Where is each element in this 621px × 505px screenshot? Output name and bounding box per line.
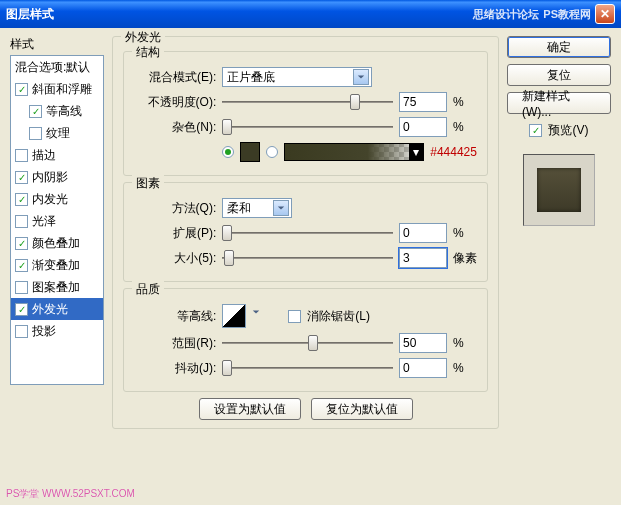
sidebar-item[interactable]: 颜色叠加 — [11, 232, 103, 254]
antialias-label: 消除锯齿(L) — [307, 308, 370, 325]
style-checkbox[interactable] — [15, 281, 28, 294]
sidebar-item[interactable]: 外发光 — [11, 298, 103, 320]
styles-label: 样式 — [10, 36, 104, 53]
style-checkbox[interactable] — [15, 83, 28, 96]
styles-list: 混合选项:默认 斜面和浮雕等高线纹理描边内阴影内发光光泽颜色叠加渐变叠加图案叠加… — [10, 55, 104, 385]
sidebar-item[interactable]: 图案叠加 — [11, 276, 103, 298]
window-title: 图层样式 — [6, 6, 473, 23]
antialias-checkbox[interactable] — [288, 310, 301, 323]
sidebar-item-label: 光泽 — [32, 213, 56, 230]
sidebar-item[interactable]: 斜面和浮雕 — [11, 78, 103, 100]
group-structure: 结构 — [132, 44, 164, 61]
group-quality: 品质 — [132, 281, 164, 298]
spread-label: 扩展(P): — [134, 225, 216, 242]
sidebar-item-label: 内阴影 — [32, 169, 68, 186]
noise-label: 杂色(N): — [134, 119, 216, 136]
technique-label: 方法(Q): — [134, 200, 216, 217]
chevron-down-icon — [353, 69, 369, 85]
jitter-slider[interactable] — [222, 360, 393, 376]
opacity-label: 不透明度(O): — [134, 94, 216, 111]
blend-mode-select[interactable]: 正片叠底 — [222, 67, 372, 87]
sidebar-item-label: 纹理 — [46, 125, 70, 142]
spread-input[interactable]: 0 — [399, 223, 447, 243]
size-label: 大小(5): — [134, 250, 216, 267]
size-slider[interactable] — [222, 250, 393, 266]
opacity-slider[interactable] — [222, 94, 393, 110]
technique-select[interactable]: 柔和 — [222, 198, 292, 218]
sidebar-item[interactable]: 内阴影 — [11, 166, 103, 188]
style-checkbox[interactable] — [15, 303, 28, 316]
opacity-input[interactable]: 75 — [399, 92, 447, 112]
ok-button[interactable]: 确定 — [507, 36, 611, 58]
sidebar-item-label: 斜面和浮雕 — [32, 81, 92, 98]
style-checkbox[interactable] — [15, 325, 28, 338]
size-input[interactable]: 3 — [399, 248, 447, 268]
style-checkbox[interactable] — [15, 215, 28, 228]
range-label: 范围(R): — [134, 335, 216, 352]
group-elements: 图素 — [132, 175, 164, 192]
jitter-label: 抖动(J): — [134, 360, 216, 377]
range-input[interactable]: 50 — [399, 333, 447, 353]
sidebar-item-label: 等高线 — [46, 103, 82, 120]
style-checkbox[interactable] — [29, 127, 42, 140]
contour-picker[interactable] — [222, 304, 246, 328]
blend-options-row[interactable]: 混合选项:默认 — [11, 56, 103, 78]
color-radio[interactable] — [222, 146, 234, 158]
spread-slider[interactable] — [222, 225, 393, 241]
unit-px: 像素 — [453, 250, 477, 267]
style-checkbox[interactable] — [15, 193, 28, 206]
preview-label: 预览(V) — [548, 122, 588, 139]
sidebar-item[interactable]: 等高线 — [11, 100, 103, 122]
style-checkbox[interactable] — [15, 171, 28, 184]
preview-checkbox[interactable] — [529, 124, 542, 137]
reset-default-button[interactable]: 复位为默认值 — [311, 398, 413, 420]
watermark: 思绪设计论坛 PS教程网 ✕ — [473, 4, 615, 24]
style-checkbox[interactable] — [29, 105, 42, 118]
cancel-button[interactable]: 复位 — [507, 64, 611, 86]
jitter-input[interactable]: 0 — [399, 358, 447, 378]
sidebar-item-label: 内发光 — [32, 191, 68, 208]
sidebar-item[interactable]: 投影 — [11, 320, 103, 342]
noise-slider[interactable] — [222, 119, 393, 135]
color-hex: #444425 — [430, 145, 477, 159]
footer-watermark: PS学堂 WWW.52PSXT.COM — [6, 487, 135, 501]
sidebar-item[interactable]: 渐变叠加 — [11, 254, 103, 276]
chevron-down-icon: ▾ — [409, 144, 423, 160]
gradient-picker[interactable]: ▾ — [284, 143, 424, 161]
chevron-down-icon — [273, 200, 289, 216]
sidebar-item[interactable]: 内发光 — [11, 188, 103, 210]
sidebar-item-label: 外发光 — [32, 301, 68, 318]
blend-mode-label: 混合模式(E): — [134, 69, 216, 86]
new-style-button[interactable]: 新建样式(W)... — [507, 92, 611, 114]
outer-glow-panel: 外发光 结构 混合模式(E): 正片叠底 不透明度(O): 75 % — [112, 36, 499, 429]
style-checkbox[interactable] — [15, 237, 28, 250]
chevron-down-icon[interactable] — [252, 305, 266, 327]
contour-label: 等高线: — [134, 308, 216, 325]
sidebar-item-label: 渐变叠加 — [32, 257, 80, 274]
make-default-button[interactable]: 设置为默认值 — [199, 398, 301, 420]
style-checkbox[interactable] — [15, 259, 28, 272]
sidebar-item-label: 颜色叠加 — [32, 235, 80, 252]
sidebar-item-label: 描边 — [32, 147, 56, 164]
sidebar-item[interactable]: 描边 — [11, 144, 103, 166]
sidebar-item-label: 投影 — [32, 323, 56, 340]
noise-input[interactable]: 0 — [399, 117, 447, 137]
color-swatch[interactable] — [240, 142, 260, 162]
gradient-radio[interactable] — [266, 146, 278, 158]
unit-percent: % — [453, 95, 477, 109]
style-checkbox[interactable] — [15, 149, 28, 162]
sidebar-item[interactable]: 光泽 — [11, 210, 103, 232]
range-slider[interactable] — [222, 335, 393, 351]
preview-thumbnail — [523, 154, 595, 226]
sidebar-item[interactable]: 纹理 — [11, 122, 103, 144]
sidebar-item-label: 图案叠加 — [32, 279, 80, 296]
close-icon[interactable]: ✕ — [595, 4, 615, 24]
